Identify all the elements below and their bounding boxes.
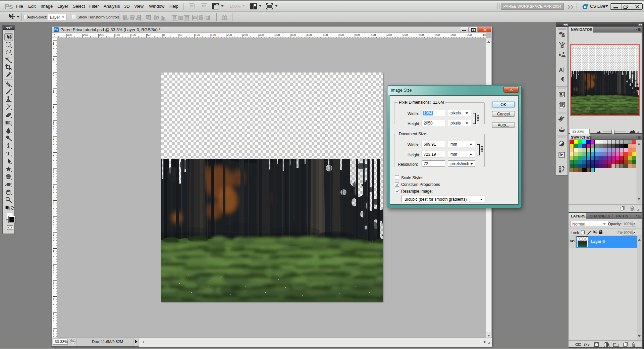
svg-text:T: T xyxy=(6,150,10,157)
svg-text:150: 150 xyxy=(211,33,216,37)
svg-text:0: 0 xyxy=(53,286,54,289)
svg-text:250: 250 xyxy=(243,33,248,37)
svg-text:450: 450 xyxy=(307,33,312,37)
svg-text:600: 600 xyxy=(355,33,360,37)
svg-text:800: 800 xyxy=(419,33,424,37)
svg-text:0: 0 xyxy=(53,92,54,95)
svg-text:50: 50 xyxy=(179,33,182,37)
svg-text:1000: 1000 xyxy=(483,33,486,37)
svg-text:0: 0 xyxy=(163,33,165,37)
svg-text:400: 400 xyxy=(291,33,296,37)
svg-text:200: 200 xyxy=(99,33,104,37)
svg-text:750: 750 xyxy=(403,33,408,37)
svg-text:0: 0 xyxy=(53,270,54,273)
svg-text:350: 350 xyxy=(275,33,280,37)
svg-text:0: 0 xyxy=(53,318,54,321)
svg-text:0: 0 xyxy=(53,238,54,241)
svg-text:700: 700 xyxy=(387,33,392,37)
svg-text:0: 0 xyxy=(53,254,54,257)
svg-text:0: 0 xyxy=(53,302,54,305)
svg-text:50: 50 xyxy=(147,33,150,37)
svg-text:300: 300 xyxy=(67,33,72,37)
svg-text:0: 0 xyxy=(53,126,54,129)
svg-text:0: 0 xyxy=(53,59,54,63)
svg-text:0: 0 xyxy=(53,174,54,177)
svg-text:300: 300 xyxy=(259,33,264,37)
svg-text:900: 900 xyxy=(451,33,456,37)
svg-text:0: 0 xyxy=(53,158,54,161)
svg-text:0: 0 xyxy=(53,222,54,225)
svg-text:650: 650 xyxy=(371,33,376,37)
svg-text:550: 550 xyxy=(339,33,344,37)
svg-text:250: 250 xyxy=(83,33,88,37)
svg-text:0: 0 xyxy=(53,206,54,209)
svg-text:0: 0 xyxy=(53,190,54,193)
svg-text:100: 100 xyxy=(131,33,136,37)
svg-text:500: 500 xyxy=(323,33,328,37)
svg-text:850: 850 xyxy=(435,33,440,37)
svg-text:950: 950 xyxy=(467,33,472,37)
svg-text:100: 100 xyxy=(195,33,200,37)
svg-text:A: A xyxy=(559,67,563,73)
svg-text:200: 200 xyxy=(227,33,232,37)
svg-text:150: 150 xyxy=(115,33,120,37)
svg-text:0: 0 xyxy=(53,110,54,113)
svg-text:0: 0 xyxy=(53,142,54,145)
svg-text:0: 0 xyxy=(53,46,54,49)
svg-text:0: 0 xyxy=(53,73,54,76)
svg-text:0: 0 xyxy=(53,334,54,337)
